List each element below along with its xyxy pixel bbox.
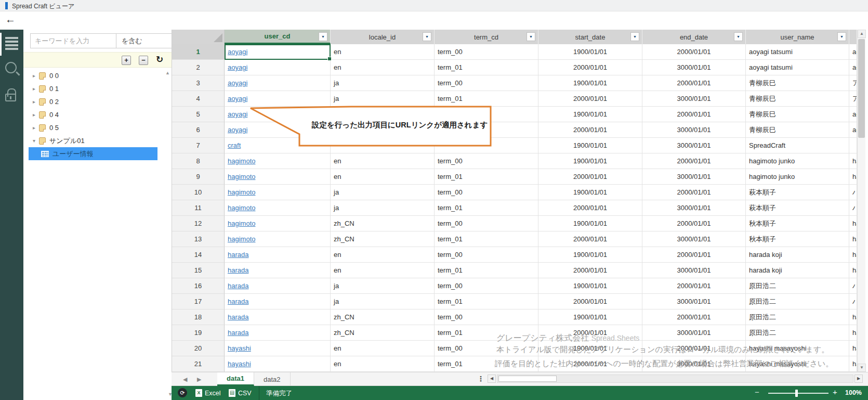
cell-term_cd[interactable]: term_00 xyxy=(435,278,538,294)
cell-extra[interactable]: ao xyxy=(849,60,857,75)
cell-term_cd[interactable]: term_01 xyxy=(435,231,538,247)
row-header-3[interactable]: 3 xyxy=(172,75,225,91)
tree-item-folder-2[interactable]: ▸0 2 xyxy=(23,95,172,108)
user-cd-link[interactable]: aoyagi xyxy=(228,126,247,134)
user-cd-link[interactable]: harada xyxy=(228,251,248,259)
cell-extra[interactable]: ao xyxy=(849,107,857,122)
row-header-5[interactable]: 5 xyxy=(172,107,225,122)
cell-end_date[interactable]: 3000/01/01 xyxy=(642,60,746,75)
cell-extra[interactable]: ha xyxy=(849,153,857,169)
cell-term_cd[interactable]: term_01 xyxy=(435,169,538,185)
tree-item-folder-1[interactable]: ▸0 1 xyxy=(23,82,172,95)
cell-extra[interactable]: ハ xyxy=(849,294,857,309)
cell-start_date[interactable]: 2000/01/01 xyxy=(538,231,642,247)
cell-end_date[interactable]: 3000/01/01 xyxy=(642,138,746,153)
filter-dropdown-icon[interactable]: ▼ xyxy=(319,32,327,41)
tab-overflow-icon[interactable]: ⋮ xyxy=(477,375,484,383)
cell-locale_id[interactable]: ja xyxy=(331,200,435,216)
cell-start_date[interactable]: 1900/01/01 xyxy=(538,153,642,169)
cell-user_name[interactable]: SpreadCraft xyxy=(746,138,849,153)
cell-extra[interactable]: ア xyxy=(849,91,857,107)
chevron-collapsed-icon[interactable]: ▸ xyxy=(33,112,39,118)
chevron-expanded-icon[interactable]: ▾ xyxy=(33,138,39,144)
cell-user_name[interactable]: 萩本順子 xyxy=(746,185,849,200)
cell-start_date[interactable]: 1900/01/01 xyxy=(538,216,642,231)
cell-user_cd[interactable]: hagimoto xyxy=(225,185,331,200)
cell-end_date[interactable]: 3000/01/01 xyxy=(642,122,746,138)
cell-start_date[interactable]: 2000/01/01 xyxy=(538,169,642,185)
cell-end_date[interactable]: 3000/01/01 xyxy=(642,231,746,247)
cell-user_name[interactable]: 原田浩二 xyxy=(746,325,849,341)
cell-user_name[interactable]: 原田浩二 xyxy=(746,294,849,309)
row-header-9[interactable]: 9 xyxy=(172,169,225,185)
cell-user_cd[interactable]: hagimoto xyxy=(225,169,331,185)
cell-end_date[interactable]: 2000/01/01 xyxy=(642,309,746,325)
user-cd-link[interactable]: harada xyxy=(228,298,248,305)
cell-locale_id[interactable]: zh_CN xyxy=(331,325,435,341)
zoom-out-button[interactable]: − xyxy=(755,388,759,396)
row-header-16[interactable]: 16 xyxy=(172,278,225,294)
cell-user_cd[interactable]: hayashi xyxy=(225,356,331,372)
cell-term_cd[interactable]: term_00 xyxy=(435,216,538,231)
cell-locale_id[interactable]: ja xyxy=(331,91,435,107)
refresh-tree-icon[interactable]: ↻ xyxy=(156,54,163,65)
cell-user_cd[interactable]: harada xyxy=(225,263,331,278)
export-csv-button[interactable]: CSV xyxy=(229,386,252,400)
cell-extra[interactable]: ハ xyxy=(849,185,857,200)
cell-term_cd[interactable] xyxy=(435,138,538,153)
cell-end_date[interactable]: 3000/01/01 xyxy=(642,263,746,278)
cell-locale_id[interactable]: en xyxy=(331,356,435,372)
cell-user_cd[interactable]: hagimoto xyxy=(225,231,331,247)
cell-user_name[interactable]: 原田浩二 xyxy=(746,278,849,294)
menu-icon[interactable] xyxy=(5,37,18,50)
row-header-20[interactable]: 20 xyxy=(172,341,225,356)
tree-item-folder-0[interactable]: ▸0 0 xyxy=(23,69,172,82)
cell-user_name[interactable]: hayashi masayoshi xyxy=(746,341,849,356)
cell-term_cd[interactable]: term_00 xyxy=(435,185,538,200)
row-header-19[interactable]: 19 xyxy=(172,325,225,341)
cell-user_name[interactable]: 青柳辰巳 xyxy=(746,75,849,91)
zoom-slider[interactable] xyxy=(768,393,828,394)
cell-extra[interactable] xyxy=(849,138,857,153)
cell-user_cd[interactable]: aoyagi xyxy=(225,60,331,75)
cell-start_date[interactable]: 1900/01/01 xyxy=(538,185,642,200)
cell-extra[interactable]: ao xyxy=(849,44,857,60)
tree-item-sheet-6[interactable]: ユーザー情報 xyxy=(29,147,157,160)
cell-term_cd[interactable]: term_01 xyxy=(435,263,538,278)
cell-user_name[interactable]: aoyagi tatsumi xyxy=(746,60,849,75)
cell-term_cd[interactable]: term_01 xyxy=(435,356,538,372)
back-button[interactable]: ← xyxy=(5,14,16,25)
user-cd-link[interactable]: hagimoto xyxy=(228,188,255,196)
cell-end_date[interactable]: 3000/01/01 xyxy=(642,356,746,372)
cell-user_name[interactable]: 青柳辰巳 xyxy=(746,107,849,122)
cell-end_date[interactable]: 3000/01/01 xyxy=(642,325,746,341)
cell-user_name[interactable]: hagimoto junko xyxy=(746,153,849,169)
cell-term_cd[interactable]: term_00 xyxy=(435,341,538,356)
user-cd-link[interactable]: hagimoto xyxy=(228,173,255,180)
select-all-corner[interactable] xyxy=(172,30,225,44)
vertical-scrollbar[interactable]: ▲ ▼ xyxy=(857,30,865,372)
cell-user_name[interactable]: 秋本順子 xyxy=(746,216,849,231)
hscroll-left-icon[interactable]: ◀ xyxy=(488,375,496,383)
cell-extra[interactable]: ア xyxy=(849,75,857,91)
cell-start_date[interactable]: 2000/01/01 xyxy=(538,60,642,75)
cell-extra[interactable]: ha xyxy=(849,309,857,325)
cell-term_cd[interactable]: term_00 xyxy=(435,75,538,91)
row-header-18[interactable]: 18 xyxy=(172,309,225,325)
cell-user_cd[interactable]: aoyagi xyxy=(225,91,331,107)
cell-extra[interactable]: ha xyxy=(849,325,857,341)
cell-user_cd[interactable]: hagimoto xyxy=(225,200,331,216)
filter-dropdown-icon[interactable]: ▼ xyxy=(630,32,639,41)
cell-user_cd[interactable]: aoyagi xyxy=(225,75,331,91)
cell-extra[interactable]: ha xyxy=(849,169,857,185)
cell-end_date[interactable]: 2000/01/01 xyxy=(642,44,746,60)
cell-end_date[interactable]: 2000/01/01 xyxy=(642,247,746,263)
cell-term_cd[interactable]: term_01 xyxy=(435,91,538,107)
cell-extra[interactable]: ha xyxy=(849,356,857,372)
cell-extra[interactable]: ha xyxy=(849,341,857,356)
cell-extra[interactable]: ハ xyxy=(849,200,857,216)
column-header-end_date[interactable]: end_date▼ xyxy=(642,30,746,44)
cell-user_name[interactable]: harada koji xyxy=(746,263,849,278)
cell-user_name[interactable]: 原田浩二 xyxy=(746,309,849,325)
zoom-slider-handle[interactable] xyxy=(795,390,798,397)
